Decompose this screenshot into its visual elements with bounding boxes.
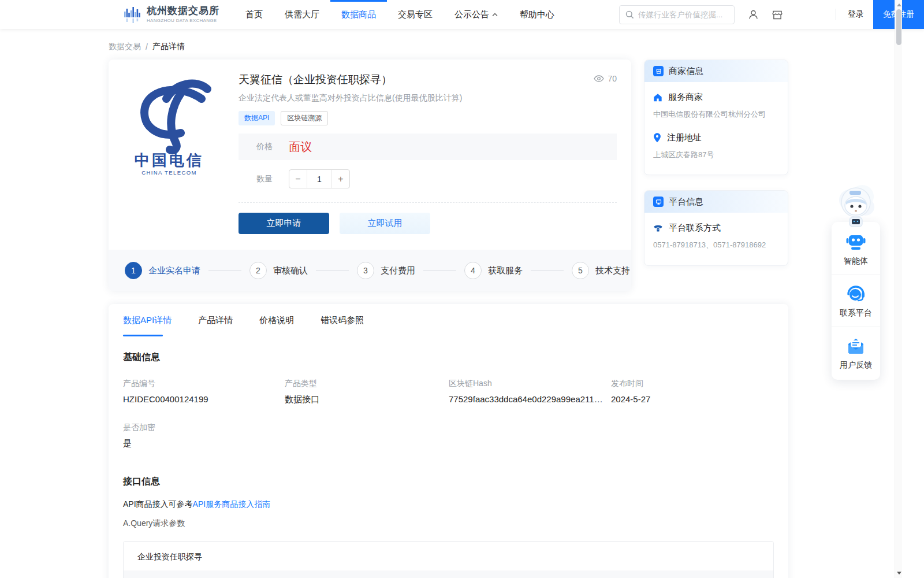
site-name-en: HANGZHOU DATA EXCHANGE [147,18,219,23]
agent-button[interactable]: 智能体 [832,223,880,275]
field-value: 是 [123,438,285,449]
service-merchant-label-row: 服务商家 [653,92,779,103]
step-number: 1 [125,262,142,279]
header-search-box[interactable] [619,5,735,24]
field-value: 2024-5-27 [611,394,774,404]
nav-announcements-label: 公示公告 [454,9,489,20]
field-label: 产品编号 [123,379,285,389]
platform-contact-value: 0571-87918713、0571-87918692 [653,239,779,251]
field-value: 数据接口 [285,394,449,405]
quantity-decrease-button[interactable]: − [289,170,307,188]
step-number: 4 [464,262,482,279]
trial-now-button[interactable]: 立即试用 [340,213,430,234]
product-summary-card: 中国电信 CHINA TELECOM 天翼征信（企业投资任职探寻） 70 [109,60,631,291]
user-account-icon[interactable] [747,9,759,21]
site-name-cn: 杭州数据交易所 [147,6,219,17]
top-navigation-bar: 杭州数据交易所 HANGZHOU DATA EXCHANGE 首页 供需大厅 数… [0,0,924,29]
scrollbar-thumb[interactable] [896,9,901,45]
api-endpoint-box: 企业投资任职探寻 接口地址 请求方式 https://www.hzdex.cn/… [123,541,774,578]
nav-item-data-products[interactable]: 数据商品 [330,0,387,29]
product-detail-card: 数据API详情 产品详情 价格说明 错误码参照 基础信息 产品编号 HZIDEC… [109,304,788,578]
step-label: 企业实名申请 [148,265,200,276]
tab-price-description[interactable]: 价格说明 [259,304,294,336]
field-product-type: 产品类型 数据接口 [285,379,449,405]
quantity-increase-button[interactable]: + [332,170,349,188]
detail-tabs: 数据API详情 产品详情 价格说明 错误码参照 [109,304,788,336]
field-label: 发布时间 [611,379,774,389]
field-value: 77529faac33ddca64e0d229a99ea2119fd3... [449,394,611,404]
platform-contact-label-row: 平台联系方式 [653,223,779,234]
china-telecom-logo: 中国电信 CHINA TELECOM [126,72,213,250]
service-merchant-label: 服务商家 [668,92,703,103]
platform-contact-label: 平台联系方式 [669,223,721,234]
field-blockchain-hash: 区块链Hash 77529faac33ddca64e0d229a99ea2119… [449,379,611,405]
api-access-guide-link[interactable]: API服务商品接入指南 [193,499,271,509]
quantity-value[interactable]: 1 [307,170,332,188]
product-title: 天翼征信（企业投资任职探寻） [239,72,594,87]
api-endpoint-table: 接口地址 请求方式 https://www.hzdex.cn/api/route… [124,570,773,578]
breadcrumb-separator: / [146,42,148,51]
tab-error-code-reference[interactable]: 错误码参照 [321,304,364,336]
purchase-steps: 1 企业实名申请 2 审核确认 3 支付费用 4 获取服务 [109,250,631,291]
step-review-confirm: 2 审核确认 [249,262,308,279]
nav-item-home[interactable]: 首页 [234,0,274,29]
tab-data-api-detail[interactable]: 数据API详情 [123,304,172,336]
location-pin-icon [653,133,661,143]
api-endpoint-title: 企业投资任职探寻 [124,542,773,570]
quantity-label: 数量 [256,174,273,184]
scrollbar-up-arrow-icon[interactable] [897,3,901,6]
contact-platform-label: 联系平台 [835,308,877,318]
robot-icon [835,233,877,251]
breadcrumb-current: 产品详情 [152,42,185,52]
agent-label: 智能体 [835,256,877,266]
apply-now-button[interactable]: 立即申请 [239,213,329,234]
breadcrumb-data-trading[interactable]: 数据交易 [109,42,141,52]
scrollbar-down-arrow-icon[interactable] [897,572,901,575]
contact-platform-button[interactable]: 联系平台 [832,275,880,327]
step-number: 2 [249,262,267,279]
telecom-logo-subtext: CHINA TELECOM [141,169,197,176]
search-icon [625,10,634,19]
platform-info-header: 平台信息 [644,191,788,213]
merchant-info-title: 商家信息 [669,66,703,77]
store-icon[interactable] [771,9,784,21]
step-label: 审核确认 [273,265,308,276]
site-name: 杭州数据交易所 HANGZHOU DATA EXCHANGE [147,6,219,23]
step-number: 5 [572,262,589,279]
nav-item-supply-demand-hall[interactable]: 供需大厅 [274,0,330,29]
nav-item-announcements[interactable]: 公示公告 [444,0,509,29]
headset-icon [835,285,877,303]
search-input[interactable] [638,10,728,19]
step-tech-support: 5 技术支持 [572,262,630,279]
breadcrumb: 数据交易 / 产品详情 [109,29,924,60]
nav-item-trading-zone[interactable]: 交易专区 [387,0,444,29]
step-connector [316,271,349,271]
login-link[interactable]: 登录 [848,9,864,20]
nav-item-help-center[interactable]: 帮助中心 [509,0,565,29]
step-label: 技术支持 [595,265,630,276]
site-logo[interactable]: 杭州数据交易所 HANGZHOU DATA EXCHANGE [124,5,219,24]
field-value: HZIDEC00400124199 [123,394,285,404]
feedback-mail-icon [835,337,877,355]
view-count-number: 70 [608,74,617,83]
price-value: 面议 [289,139,312,155]
registered-address-label: 注册地址 [667,132,702,143]
step-connector [208,271,241,271]
registered-address-value: 上城区庆春路87号 [653,149,779,161]
step-pay-fees: 3 支付费用 [357,262,415,279]
tab-product-detail[interactable]: 产品详情 [198,304,233,336]
user-feedback-button[interactable]: 用户反馈 [832,327,880,379]
price-label: 价格 [256,142,273,152]
table-header-row: 接口地址 请求方式 [124,570,773,578]
field-publish-date: 发布时间 2024-5-27 [611,379,774,405]
product-subtitle: 企业法定代表人或董监高对外投资占比信息(使用最优股比计算) [239,93,617,103]
mascot-robot-avatar[interactable] [832,183,880,229]
step-label: 获取服务 [488,265,523,276]
merchant-info-header: 商家信息 [644,60,788,82]
dashed-divider [239,202,617,203]
registered-address-label-row: 注册地址 [653,132,779,143]
telecom-logo-text: 中国电信 [135,151,204,169]
step-connector [531,271,564,271]
interface-info-title: 接口信息 [123,476,774,488]
page-scrollbar[interactable] [895,0,902,578]
